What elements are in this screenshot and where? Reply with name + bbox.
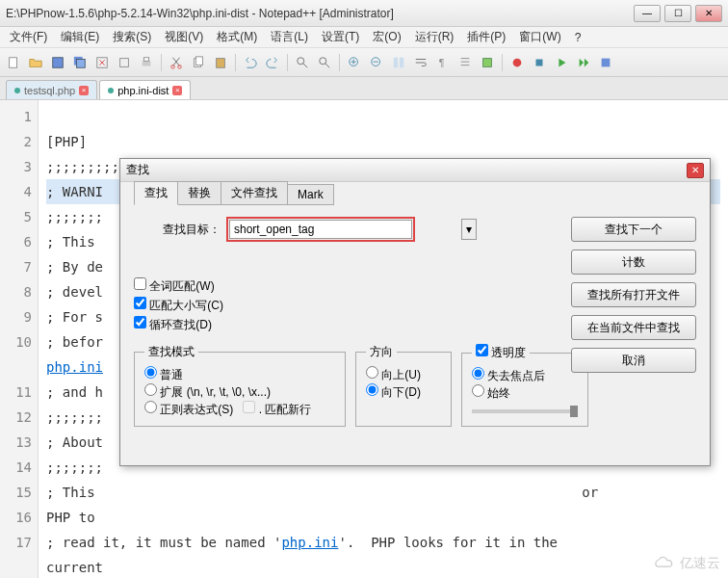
folder-margin-icon[interactable]: [478, 53, 497, 72]
svg-rect-1: [53, 57, 64, 67]
redo-icon[interactable]: [263, 53, 282, 72]
mode-extended-radio[interactable]: 扩展 (\n, \r, \t, \0, \x...): [144, 383, 335, 401]
svg-point-13: [298, 57, 304, 64]
mode-normal-radio[interactable]: 普通: [144, 366, 335, 383]
dialog-buttons: 查找下一个 计数 查找所有打开文件 在当前文件中查找 取消: [571, 217, 696, 373]
find-next-button[interactable]: 查找下一个: [571, 217, 696, 242]
cloud-icon: [651, 556, 676, 571]
dialog-close-icon[interactable]: ✕: [687, 163, 704, 178]
menu-language[interactable]: 语言(L): [265, 27, 314, 47]
tab-close-icon[interactable]: ×: [79, 86, 89, 95]
tab-replace[interactable]: 替换: [177, 181, 221, 205]
menu-file[interactable]: 文件(F): [4, 27, 53, 47]
save-macro-icon[interactable]: [596, 53, 615, 72]
svg-rect-11: [195, 56, 202, 65]
sync-scroll-icon[interactable]: [389, 53, 408, 72]
window-title: E:\PHPnow-1.5.6\php-5.2.14-Win32\php.ini…: [6, 7, 634, 20]
tab-testsql[interactable]: testsql.php ×: [6, 80, 97, 99]
find-target-input[interactable]: [229, 220, 412, 239]
tab-find[interactable]: 查找: [134, 181, 178, 205]
zoom-out-icon[interactable]: [367, 53, 386, 72]
close-all-icon[interactable]: [115, 53, 134, 72]
tab-label: testsql.php: [24, 85, 75, 96]
menu-edit[interactable]: 编辑(E): [55, 27, 105, 47]
new-file-icon[interactable]: [4, 53, 23, 72]
tab-close-icon[interactable]: ×: [172, 86, 182, 95]
show-all-chars-icon[interactable]: ¶: [433, 53, 453, 72]
trans-always-radio[interactable]: 始终: [472, 384, 578, 402]
dir-up-radio[interactable]: 向上(U): [366, 366, 441, 383]
highlight-box: [226, 217, 415, 242]
tab-mark[interactable]: Mark: [287, 184, 334, 205]
indent-guide-icon[interactable]: [455, 53, 475, 72]
print-icon[interactable]: [137, 53, 156, 72]
svg-rect-23: [602, 58, 611, 66]
dialog-body: 查找目标： ▾ 查找下一个 计数 查找所有打开文件 在当前文件中查找 取消 全词…: [120, 205, 710, 465]
menu-settings[interactable]: 设置(T): [316, 27, 365, 47]
save-icon[interactable]: [48, 53, 67, 72]
zoom-in-icon[interactable]: [345, 53, 364, 72]
count-button[interactable]: 计数: [571, 250, 696, 275]
open-file-icon[interactable]: [26, 53, 45, 72]
find-icon[interactable]: [293, 53, 312, 72]
menu-view[interactable]: 视图(V): [159, 27, 209, 47]
svg-rect-6: [143, 61, 151, 66]
record-macro-icon[interactable]: [507, 53, 527, 72]
close-button[interactable]: ✕: [695, 5, 722, 22]
file-icon: [14, 88, 20, 93]
line-number-gutter: 12345678910 11121314151617 18 19: [0, 100, 39, 578]
minimize-button[interactable]: —: [634, 5, 661, 22]
wordwrap-icon[interactable]: [411, 53, 430, 72]
transparency-checkbox: [476, 344, 488, 356]
dropdown-icon[interactable]: ▾: [461, 219, 477, 240]
menu-window[interactable]: 窗口(W): [513, 27, 566, 47]
dir-down-radio[interactable]: 向下(D): [366, 383, 441, 401]
search-mode-group: 查找模式 普通 扩展 (\n, \r, \t, \0, \x...) 正则表达式…: [134, 344, 346, 427]
playback-multi-icon[interactable]: [574, 53, 593, 72]
menu-plugins[interactable]: 插件(P): [461, 27, 511, 47]
stop-macro-icon[interactable]: [530, 53, 549, 72]
trans-lostfocus-radio[interactable]: 失去焦点后: [472, 367, 578, 384]
window-titlebar: E:\PHPnow-1.5.6\php-5.2.14-Win32\php.ini…: [0, 0, 728, 27]
cancel-button[interactable]: 取消: [571, 348, 696, 373]
svg-rect-20: [483, 58, 492, 66]
maximize-button[interactable]: ☐: [664, 5, 691, 22]
watermark: 亿速云: [651, 555, 720, 572]
toolbar: ¶: [0, 48, 728, 77]
tab-phpini[interactable]: php.ini-dist ×: [99, 80, 191, 99]
cut-icon[interactable]: [167, 53, 186, 72]
menu-help[interactable]: ?: [569, 29, 587, 46]
find-all-open-button[interactable]: 查找所有打开文件: [571, 282, 696, 307]
transparency-slider[interactable]: [472, 409, 578, 413]
svg-rect-7: [143, 57, 148, 61]
play-macro-icon[interactable]: [552, 53, 571, 72]
dialog-title: 查找: [126, 162, 687, 178]
close-file-icon[interactable]: [92, 53, 112, 72]
undo-icon[interactable]: [241, 53, 260, 72]
dialog-titlebar[interactable]: 查找 ✕: [120, 159, 710, 182]
tab-findfiles[interactable]: 文件查找: [221, 181, 288, 205]
tab-label: php.ini-dist: [117, 85, 169, 96]
save-all-icon[interactable]: [70, 53, 90, 72]
menu-search[interactable]: 搜索(S): [107, 27, 157, 47]
menu-run[interactable]: 运行(R): [409, 27, 460, 47]
svg-rect-18: [400, 57, 403, 67]
svg-rect-5: [120, 58, 129, 66]
paste-icon[interactable]: [211, 53, 230, 72]
replace-icon[interactable]: [315, 53, 334, 72]
transparency-group: 透明度 失去焦点后 始终: [461, 344, 588, 427]
svg-rect-17: [394, 57, 398, 67]
svg-point-21: [513, 58, 522, 66]
svg-point-14: [320, 57, 326, 64]
svg-rect-3: [77, 59, 86, 67]
direction-group: 方向 向上(U) 向下(D): [355, 344, 452, 427]
svg-rect-22: [536, 59, 543, 66]
menu-macro[interactable]: 宏(O): [367, 27, 406, 47]
find-current-file-button[interactable]: 在当前文件中查找: [571, 315, 696, 340]
mode-regex-radio[interactable]: 正则表达式(S) . 匹配新行: [144, 401, 335, 418]
find-dialog: 查找 ✕ 查找 替换 文件查找 Mark 查找目标： ▾ 查找下一个 计数 查找…: [119, 158, 711, 466]
menu-format[interactable]: 格式(M): [211, 27, 263, 47]
find-target-label: 查找目标：: [163, 222, 221, 238]
svg-rect-12: [217, 58, 225, 67]
copy-icon[interactable]: [189, 53, 208, 72]
